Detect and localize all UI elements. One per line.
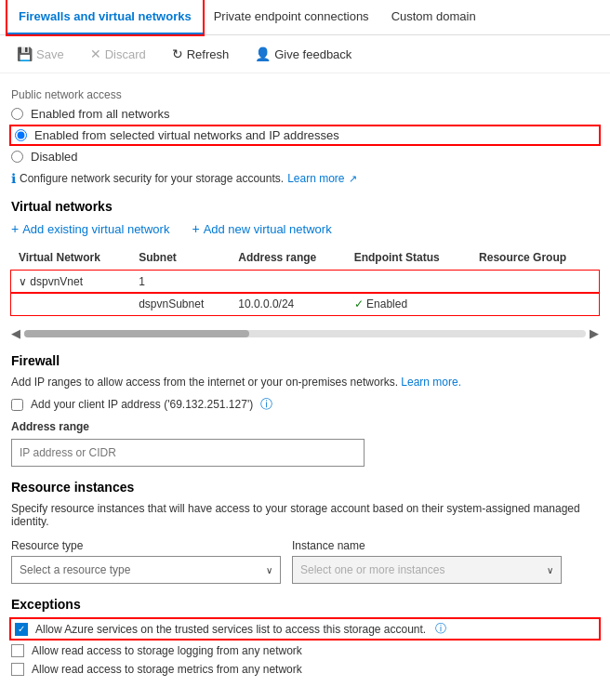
exception-item-1: Allow read access to storage logging fro…: [11, 644, 599, 657]
scroll-left-icon[interactable]: ◀: [11, 326, 20, 340]
resource-type-col: Resource type Select a resource type ∨: [11, 539, 281, 584]
vnet-child-endpoint: ✓ Enabled: [347, 293, 471, 315]
firewall-section: Firewall Add IP ranges to allow access f…: [11, 353, 599, 467]
vnet-subnet-count: 1: [131, 271, 231, 294]
radio-selected-networks[interactable]: Enabled from selected virtual networks a…: [11, 126, 599, 144]
main-content: Public network access Enabled from all n…: [0, 73, 610, 698]
vnet-parent-row[interactable]: ∨ dspvnVnet 1: [11, 271, 599, 294]
exception-item-0: ✓ Allow Azure services on the trusted se…: [11, 619, 599, 639]
save-icon: 💾: [17, 46, 33, 61]
horizontal-scrollbar: ◀ ▶: [11, 326, 599, 340]
tab-firewalls[interactable]: Firewalls and virtual networks: [7, 0, 203, 34]
discard-button[interactable]: ✕ Discard: [85, 43, 152, 65]
tab-custom-domain[interactable]: Custom domain: [380, 0, 487, 34]
vnet-child-subnet: dspvnSubnet: [131, 293, 231, 315]
check-icon-0: ✓: [18, 624, 25, 634]
resource-instances-section: Resource instances Specify resource inst…: [11, 480, 599, 584]
checkmark-icon: ✓: [354, 297, 366, 310]
resource-instances-description: Specify resource instances that will hav…: [11, 502, 599, 528]
learn-more-link[interactable]: Learn more: [287, 172, 344, 185]
exception-checkbox-0[interactable]: ✓: [15, 623, 28, 636]
tab-bar: Firewalls and virtual networks Private e…: [0, 0, 610, 35]
expand-icon[interactable]: ∨: [19, 275, 30, 288]
vnet-child-row: dspvnSubnet 10.0.0.0/24 ✓ Enabled: [11, 293, 599, 315]
instance-name-select[interactable]: Select one or more instances ∨: [292, 556, 562, 584]
exception-checkbox-2[interactable]: [11, 663, 24, 676]
firewall-title: Firewall: [11, 353, 599, 368]
plus-existing-icon: +: [11, 221, 19, 236]
address-range-input[interactable]: [11, 439, 365, 467]
firewall-description: Add IP ranges to allow access from the i…: [11, 376, 599, 389]
vnet-rg-parent: [471, 271, 599, 294]
vnet-child-rg: [471, 293, 599, 315]
client-ip-checkbox[interactable]: [11, 399, 23, 411]
col-vnet: Virtual Network: [11, 245, 131, 271]
client-ip-row: Add your client IP address ('69.132.251.…: [11, 396, 599, 413]
scroll-right-icon[interactable]: ▶: [590, 326, 599, 340]
col-subnet: Subnet: [131, 245, 231, 271]
discard-icon: ✕: [90, 46, 101, 61]
instance-name-col: Instance name Select one or more instanc…: [292, 539, 562, 584]
add-new-vnet-link[interactable]: + Add new virtual network: [192, 221, 331, 236]
exceptions-title: Exceptions: [11, 597, 599, 612]
exception-item-2: Allow read access to storage metrics fro…: [11, 663, 599, 676]
toolbar: 💾 Save ✕ Discard ↻ Refresh 👤 Give feedba…: [0, 35, 610, 73]
scroll-track[interactable]: [24, 330, 586, 337]
chevron-down-icon: ∨: [266, 565, 272, 575]
virtual-networks-title: Virtual networks: [11, 199, 599, 214]
resource-type-select[interactable]: Select a resource type ∨: [11, 556, 281, 584]
vnet-endpoint-parent: [347, 271, 471, 294]
chevron-down-icon-2: ∨: [547, 565, 553, 575]
refresh-icon: ↻: [172, 46, 183, 61]
add-links: + Add existing virtual network + Add new…: [11, 221, 599, 236]
resource-type-label: Resource type: [11, 539, 281, 552]
vnet-name: ∨ dspvnVnet: [11, 271, 131, 294]
exceptions-list: ✓ Allow Azure services on the trusted se…: [11, 619, 599, 676]
resource-selectors-row: Resource type Select a resource type ∨ I…: [11, 539, 599, 584]
save-button[interactable]: 💾 Save: [11, 43, 70, 65]
col-endpoint: Endpoint Status: [347, 245, 471, 271]
instance-name-label: Instance name: [292, 539, 562, 552]
public-network-radio-group: Enabled from all networks Enabled from s…: [11, 107, 599, 164]
client-ip-info-icon: ⓘ: [260, 396, 272, 413]
feedback-button[interactable]: 👤 Give feedback: [249, 43, 357, 65]
vnet-child-name: [11, 293, 131, 315]
vnet-address-range-parent: [231, 271, 346, 294]
plus-new-icon: +: [192, 221, 199, 236]
exceptions-section: Exceptions ✓ Allow Azure services on the…: [11, 597, 599, 676]
public-network-label: Public network access: [11, 88, 599, 101]
feedback-icon: 👤: [255, 46, 271, 61]
info-line: ℹ Configure network security for your st…: [11, 171, 599, 186]
radio-all-networks[interactable]: Enabled from all networks: [11, 107, 599, 121]
firewall-learn-more-link[interactable]: Learn more.: [401, 376, 461, 389]
tab-private-endpoint[interactable]: Private endpoint connections: [203, 0, 380, 34]
scroll-thumb: [24, 330, 249, 337]
vnet-table: Virtual Network Subnet Address range End…: [11, 245, 599, 315]
col-address: Address range: [231, 245, 346, 271]
col-rg: Resource Group: [471, 245, 599, 271]
add-existing-vnet-link[interactable]: + Add existing virtual network: [11, 221, 169, 236]
radio-disabled[interactable]: Disabled: [11, 150, 599, 164]
exception-checkbox-1[interactable]: [11, 644, 24, 657]
external-link-icon: ↗: [349, 173, 357, 185]
address-range-label: Address range: [11, 420, 599, 433]
resource-instances-title: Resource instances: [11, 480, 599, 495]
vnet-child-address: 10.0.0.0/24: [231, 293, 346, 315]
info-icon: ℹ: [11, 171, 16, 186]
refresh-button[interactable]: ↻ Refresh: [166, 43, 235, 65]
exception-info-icon-0: ⓘ: [435, 621, 446, 637]
